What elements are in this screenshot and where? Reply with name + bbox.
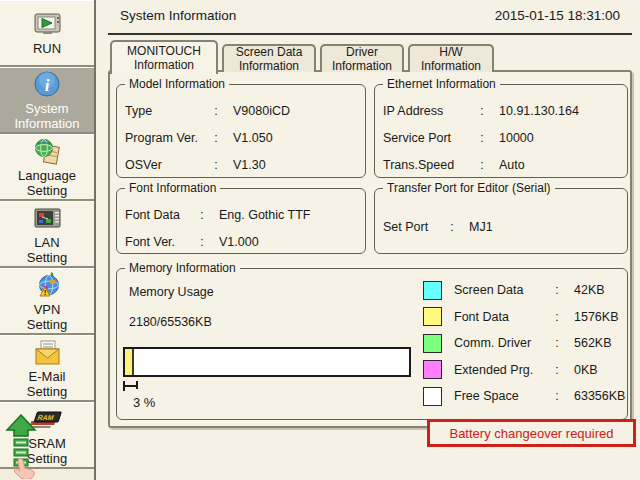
sidebar-item-label: LAN — [34, 235, 59, 250]
sidebar-menu: RUN i System Information — [0, 0, 96, 480]
sidebar-item-run[interactable]: RUN — [0, 0, 94, 67]
tab-label: Information — [134, 58, 194, 72]
info-row: Font Ver. : V1.000 — [125, 228, 357, 255]
groupbox-title: Memory Information — [125, 261, 240, 275]
tab-panel: Model Information Type : V9080iCD Progra… — [108, 70, 632, 428]
field-value: V9080iCD — [233, 104, 290, 118]
sidebar-item-label: Language — [18, 168, 76, 183]
info-row: OSVer : V1.30 — [125, 151, 357, 178]
system-information-screen: RUN i System Information — [0, 0, 640, 480]
scroll-up-hand-icon[interactable] — [2, 413, 48, 479]
memory-usage-bar-fill — [125, 349, 134, 375]
field-label: Font Data — [125, 208, 195, 222]
sidebar-item-email-setting[interactable]: E-Mail Setting — [0, 335, 94, 402]
info-row: Trans.Speed : Auto — [383, 151, 619, 178]
model-information-groupbox: Model Information Type : V9080iCD Progra… — [116, 84, 366, 178]
main-area: System Information 2015-01-15 18:31:00 M… — [98, 0, 640, 480]
tab-hw-information[interactable]: H/W Information — [408, 44, 494, 72]
sidebar-item-vpn-setting[interactable]: ! VPN Setting — [0, 268, 94, 335]
legend-label: Comm. Driver — [454, 336, 550, 350]
sidebar-item-label: VPN — [34, 302, 61, 317]
sidebar-item-lan-setting[interactable]: LAN Setting — [0, 201, 94, 268]
colon: : — [209, 158, 223, 172]
legend-label: Screen Data — [454, 283, 550, 297]
legend-value: 0KB — [574, 363, 598, 377]
legend-label: Free Space — [454, 389, 550, 403]
field-label: Font Ver. — [125, 235, 195, 249]
field-value: V1.050 — [233, 131, 273, 145]
tab-label: Information — [421, 59, 481, 73]
field-label: Set Port — [383, 220, 445, 234]
colon: : — [209, 131, 223, 145]
sidebar-item-label: Setting — [27, 384, 67, 399]
field-label: Program Ver. — [125, 131, 209, 145]
legend-label: Extended Prg. — [454, 363, 550, 377]
field-value: V1.000 — [219, 235, 259, 249]
transfer-port-groupbox: Transfer Port for Editor (Serial) Set Po… — [374, 188, 628, 254]
legend-value: 63356KB — [574, 389, 625, 403]
sidebar-item-system-information[interactable]: i System Information — [0, 67, 94, 134]
field-value: 10000 — [499, 131, 534, 145]
tab-label: Screen Data — [236, 45, 303, 59]
info-row: Set Port : MJ1 — [383, 213, 619, 240]
field-value: 10.91.130.164 — [499, 104, 579, 118]
info-row: IP Address : 10.91.130.164 — [383, 97, 619, 124]
vpn-globe-icon: ! — [30, 271, 64, 301]
colon: : — [550, 336, 564, 350]
lan-network-icon — [30, 204, 64, 234]
tab-driver-information[interactable]: Driver Information — [320, 44, 404, 72]
info-icon: i — [32, 70, 62, 100]
field-label: Trans.Speed — [383, 158, 475, 172]
sidebar-item-label: Setting — [27, 317, 67, 332]
colon: : — [475, 104, 489, 118]
font-data-swatch — [423, 307, 442, 326]
run-icon — [30, 10, 64, 40]
colon: : — [195, 235, 209, 249]
colon: : — [445, 220, 459, 234]
battery-warning-message: Battery changeover required — [427, 419, 636, 447]
field-label: Service Port — [383, 131, 475, 145]
font-information-groupbox: Font Information Font Data : Eng. Gothic… — [116, 188, 366, 254]
field-label: OSVer — [125, 158, 209, 172]
colon: : — [209, 104, 223, 118]
legend-row: Extended Prg. : 0KB — [423, 357, 625, 384]
memory-usage-bar — [123, 347, 411, 377]
info-row: Font Data : Eng. Gothic TTF — [125, 201, 357, 228]
sidebar-item-label: Information — [14, 116, 79, 131]
groupbox-title: Model Information — [125, 77, 229, 91]
legend-row: Font Data : 1576KB — [423, 304, 625, 331]
colon: : — [475, 131, 489, 145]
svg-text:!: ! — [44, 288, 47, 297]
tab-label: Information — [332, 59, 392, 73]
legend-row: Comm. Driver : 562KB — [423, 330, 625, 357]
tab-label: MONITOUCH — [127, 44, 201, 58]
memory-information-groupbox: Memory Information Memory Usage 2180/655… — [116, 268, 628, 420]
ethernet-information-groupbox: Ethernet Information IP Address : 10.91.… — [374, 84, 628, 178]
free-space-swatch — [423, 387, 442, 406]
field-value: MJ1 — [469, 220, 493, 234]
tab-label: H/W — [439, 45, 462, 59]
sidebar-item-label: RUN — [33, 41, 61, 56]
legend-row: Screen Data : 42KB — [423, 277, 625, 304]
memory-legend: Screen Data : 42KB Font Data : 1576KB Co… — [423, 277, 625, 410]
tab-screen-data-information[interactable]: Screen Data Information — [222, 44, 316, 72]
sidebar-item-label: E-Mail — [29, 369, 66, 384]
legend-value: 562KB — [574, 336, 612, 350]
bar-range-marker — [123, 381, 138, 391]
sidebar-item-label: System — [25, 101, 68, 116]
extended-prg-swatch — [423, 360, 442, 379]
page-title: System Information — [120, 8, 236, 23]
colon: : — [475, 158, 489, 172]
sidebar-item-label: Setting — [27, 183, 67, 198]
tab-monitouch-information[interactable]: MONITOUCH Information — [110, 40, 218, 74]
datetime-display: 2015-01-15 18:31:00 — [495, 8, 620, 23]
sidebar-item-language-setting[interactable]: Language Setting — [0, 134, 94, 201]
groupbox-title: Transfer Port for Editor (Serial) — [383, 181, 555, 195]
memory-usage-percent: 3 % — [133, 395, 155, 410]
colon: : — [550, 389, 564, 403]
sidebar-item-label: Setting — [27, 250, 67, 265]
colon: : — [195, 208, 209, 222]
field-label: Type — [125, 104, 209, 118]
field-value: Auto — [499, 158, 525, 172]
colon: : — [550, 363, 564, 377]
